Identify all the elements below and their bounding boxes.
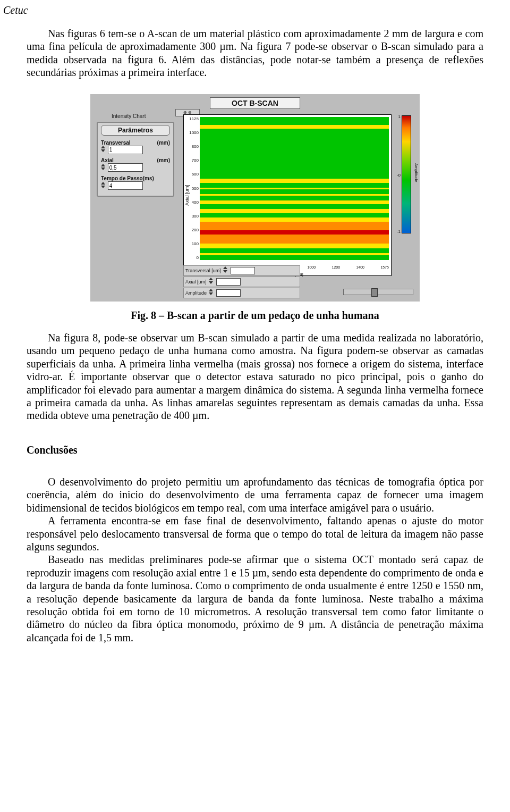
stepper-icon[interactable] bbox=[223, 266, 227, 275]
param-label: Tempo de Passo(ms) bbox=[101, 175, 154, 181]
readout-label: Axial [um] bbox=[185, 279, 207, 284]
param-axial-label: Axial (mm) bbox=[101, 157, 170, 163]
bscan-heatmap bbox=[200, 117, 389, 261]
y-tick: 700 bbox=[185, 158, 199, 163]
y-tick: 600 bbox=[185, 172, 199, 177]
intensity-chart-label: Intensity Chart bbox=[112, 113, 146, 119]
paragraph-conc-1: O desenvolvimento do projeto permitiu um… bbox=[27, 475, 483, 514]
y-tick: 400 bbox=[185, 200, 199, 205]
y-tick: 500 bbox=[185, 187, 199, 191]
readout-label: Transversal [um] bbox=[185, 268, 221, 273]
y-tick: 100 bbox=[185, 242, 199, 246]
readout-input[interactable] bbox=[216, 289, 241, 297]
readout-transversal: Transversal [um] bbox=[183, 265, 300, 276]
param-unit: (mm) bbox=[157, 157, 170, 163]
page-header: Cetuc bbox=[0, 0, 510, 27]
param-transversal-label: Transversal (mm) bbox=[101, 140, 170, 146]
y-tick: 1000 bbox=[185, 131, 199, 135]
heatmap-band bbox=[200, 235, 389, 244]
heatmap-band bbox=[200, 183, 389, 187]
section-conclusoes-heading: Conclusões bbox=[27, 443, 483, 456]
paragraph-conc-3: Baseado nas medidas preliminares pode-se… bbox=[27, 553, 483, 644]
colorbar bbox=[402, 115, 411, 233]
heatmap-band bbox=[200, 230, 389, 235]
heatmap-band bbox=[200, 217, 389, 222]
readout-label: Amplitude bbox=[185, 290, 207, 296]
readout-amplitude: Amplitude bbox=[183, 288, 300, 298]
readout-input[interactable] bbox=[231, 267, 255, 274]
stepper-icon[interactable] bbox=[101, 146, 105, 154]
figure-caption: Fig. 8 – B-scan a partir de um pedaço de… bbox=[27, 309, 483, 322]
heatmap-band bbox=[200, 204, 389, 210]
heatmap-band bbox=[200, 196, 389, 200]
heatmap-band bbox=[200, 125, 389, 129]
heatmap-band bbox=[200, 213, 389, 217]
colorbar-tick-bottom: -1 bbox=[397, 229, 401, 234]
tempo-input[interactable] bbox=[108, 181, 143, 190]
paragraph-conc-2: A ferramenta encontra-se em fase final d… bbox=[27, 514, 483, 553]
parametros-panel: Parâmetros Transversal (mm) Axial (mm) bbox=[97, 122, 174, 197]
heatmap-band bbox=[200, 189, 389, 194]
stepper-icon[interactable] bbox=[209, 289, 213, 297]
paragraph-intro: Nas figuras 6 tem-se o A-scan de um mate… bbox=[27, 27, 483, 79]
param-label: Transversal bbox=[101, 140, 131, 146]
heatmap-band bbox=[200, 244, 389, 248]
param-tempo-label: Tempo de Passo(ms) bbox=[101, 175, 170, 181]
y-tick: 0 bbox=[185, 256, 199, 260]
heatmap-band bbox=[200, 129, 389, 179]
y-axis-ticks: 1125 1000 800 700 600 500 400 300 200 10… bbox=[185, 117, 199, 261]
y-tick: 300 bbox=[185, 214, 199, 219]
colorbar-tick-mid: -0 bbox=[397, 173, 401, 178]
heatmap-band bbox=[200, 179, 389, 183]
readout-axial: Axial [um] bbox=[183, 277, 300, 287]
heatmap-band bbox=[200, 248, 389, 254]
heatmap-band bbox=[200, 209, 389, 213]
heatmap-band bbox=[200, 255, 389, 261]
cursor-readout-panel: Transversal [um] Axial [um] Amplitude bbox=[183, 265, 300, 298]
heatmap-band bbox=[200, 222, 389, 230]
param-tempo-input-row bbox=[101, 181, 170, 190]
y-tick: 800 bbox=[185, 145, 199, 149]
stepper-icon[interactable] bbox=[101, 164, 105, 172]
colorbar-label: Amplitude bbox=[414, 163, 419, 182]
param-unit: (mm) bbox=[157, 140, 170, 146]
y-tick: 200 bbox=[185, 228, 199, 232]
bottom-slider[interactable] bbox=[343, 289, 413, 295]
oct-bscan-figure: OCT B-SCAN Intensity Chart ⊕ ⊖ Parâmetro… bbox=[90, 94, 420, 302]
colorbar-tick-top: 1 bbox=[398, 114, 401, 119]
param-transversal-input-row bbox=[101, 146, 170, 155]
figure-title: OCT B-SCAN bbox=[210, 97, 300, 109]
transversal-input[interactable] bbox=[108, 146, 143, 154]
readout-input[interactable] bbox=[216, 278, 241, 286]
axial-input[interactable] bbox=[108, 163, 143, 172]
paragraph-fig8: Na figura 8, pode-se observar um B-scan … bbox=[27, 331, 483, 422]
param-label: Axial bbox=[101, 157, 114, 163]
parametros-title: Parâmetros bbox=[101, 125, 170, 136]
stepper-icon[interactable] bbox=[101, 182, 105, 190]
heatmap-band bbox=[200, 200, 389, 204]
param-axial-input-row bbox=[101, 163, 170, 172]
stepper-icon[interactable] bbox=[209, 278, 213, 286]
bscan-chart: Axial [um] 1125 1000 800 700 600 500 400… bbox=[183, 114, 392, 276]
figure-container: OCT B-SCAN Intensity Chart ⊕ ⊖ Parâmetro… bbox=[27, 94, 483, 302]
y-tick: 1125 bbox=[185, 117, 199, 121]
heatmap-band bbox=[200, 117, 389, 125]
